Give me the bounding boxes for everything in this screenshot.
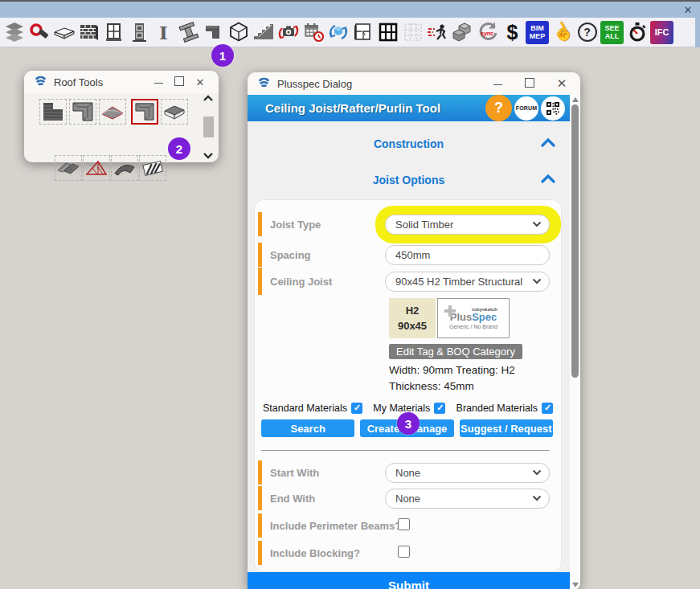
- model-sync-icon[interactable]: [325, 19, 350, 46]
- select-hand-icon[interactable]: ☝: [550, 19, 575, 46]
- brand-logo-box: rubysketch PlusSpec Generic / No Brand: [437, 298, 510, 338]
- components-icon[interactable]: [450, 19, 475, 46]
- roof-tool-flat-slab[interactable]: [161, 99, 188, 125]
- wall-icon[interactable]: [76, 19, 101, 46]
- chevron-up-icon[interactable]: [541, 137, 555, 147]
- door-icon[interactable]: [126, 19, 151, 46]
- maximize-icon[interactable]: [519, 78, 540, 90]
- field-accent-bar: [258, 486, 262, 510]
- roof-tools-scrollbar: [201, 95, 215, 159]
- step-badge-1: 1: [211, 44, 234, 67]
- filter-label: My Materials: [373, 403, 430, 414]
- scroll-down-icon[interactable]: [203, 152, 214, 159]
- start-with-select[interactable]: None: [385, 463, 550, 483]
- scroll-up-icon[interactable]: [572, 97, 579, 102]
- roof-tool-hip-roof[interactable]: [99, 99, 126, 125]
- qr-code-button[interactable]: [541, 96, 565, 121]
- takeoff-measure-icon[interactable]: [27, 19, 51, 46]
- ifc-icon[interactable]: IFC: [649, 19, 674, 46]
- rubysketch-logo-icon: [34, 76, 47, 89]
- standard-materials-filter[interactable]: Standard Materials: [263, 403, 362, 414]
- submit-button[interactable]: Submit: [248, 572, 570, 589]
- my-materials-checkbox[interactable]: [434, 403, 445, 414]
- timer-icon[interactable]: [624, 19, 649, 46]
- layers-icon[interactable]: [2, 19, 27, 46]
- box-icon[interactable]: [226, 19, 251, 46]
- ceiling-joist-select[interactable]: 90x45 H2 Timber Structural: [385, 272, 550, 292]
- branded-materials-filter[interactable]: Branded Materials: [456, 403, 553, 414]
- logo-spec: Spec: [472, 311, 497, 323]
- ceiling-joist-row: Ceiling Joist 90x45 H2 Timber Structural: [258, 268, 555, 295]
- treatment-value: H2: [406, 305, 420, 317]
- framing-icon[interactable]: [375, 19, 400, 46]
- field-accent-bar: [258, 243, 262, 267]
- scroll-up-icon[interactable]: [203, 95, 214, 102]
- steel-beam-icon[interactable]: [176, 19, 201, 46]
- roof-tool-hatched[interactable]: [139, 155, 166, 181]
- grid-icon[interactable]: [400, 19, 425, 46]
- scrollbar-thumb[interactable]: [203, 117, 214, 137]
- roof-tool-curved[interactable]: [111, 155, 138, 181]
- minimize-icon[interactable]: [487, 78, 508, 90]
- joist-type-label: Joist Type: [270, 219, 321, 231]
- divider: [261, 450, 550, 451]
- blocking-checkbox[interactable]: [398, 546, 410, 558]
- roof-tool-l-roof-selected[interactable]: [131, 99, 158, 125]
- speed-icon[interactable]: [425, 19, 450, 46]
- branded-materials-checkbox[interactable]: [542, 403, 553, 414]
- help-button[interactable]: ?: [485, 95, 512, 121]
- main-toolbar: I sync $ BIMMEP ☝ ? SEEALL IFC: [0, 18, 695, 47]
- field-accent-bar: [258, 541, 262, 565]
- section-construction[interactable]: Construction: [248, 134, 570, 153]
- blocking-row: Include Blocking?: [258, 541, 555, 565]
- cost-icon[interactable]: $: [500, 19, 525, 46]
- slab-icon[interactable]: [51, 19, 76, 46]
- roof-tool-skillion[interactable]: [55, 155, 82, 181]
- window-icon[interactable]: [101, 19, 126, 46]
- column-icon[interactable]: I: [151, 19, 176, 46]
- dialog-body: Construction Joist Options Joist Type: [248, 121, 570, 589]
- forum-button[interactable]: FORUM: [514, 96, 538, 121]
- ceiling-joist-value: 90x45 H2 Timber Structural: [395, 276, 522, 288]
- plusspec-title: Plusspec Dialog: [277, 78, 487, 90]
- floorplan-icon[interactable]: [350, 19, 375, 46]
- close-icon[interactable]: ✕: [190, 76, 211, 88]
- brand-subtitle: Generic / No Brand: [449, 324, 497, 329]
- perimeter-beams-checkbox[interactable]: [398, 518, 410, 530]
- standard-materials-checkbox[interactable]: [351, 403, 362, 414]
- search-button[interactable]: Search: [261, 419, 354, 437]
- field-accent-bar: [258, 513, 262, 538]
- close-icon[interactable]: ✕: [551, 76, 572, 91]
- camera-rotate-icon[interactable]: [276, 19, 301, 46]
- see-all-icon[interactable]: SEEALL: [600, 19, 624, 46]
- roof-tool-truss[interactable]: [83, 155, 110, 181]
- roof-tool-l-roof[interactable]: [69, 99, 96, 125]
- application-window: ✕ I sync $ BIMMEP ☝ ? SEEALL IFC: [0, 0, 700, 589]
- maximize-icon[interactable]: [169, 76, 190, 88]
- joist-options-panel: Joist Type Solid Timber Spacing: [254, 199, 562, 572]
- plusspec-titlebar[interactable]: Plusspec Dialog ✕: [248, 72, 580, 95]
- field-accent-bar: [258, 212, 262, 236]
- blocking-label: Include Blocking?: [270, 547, 360, 559]
- scrollbar-thumb[interactable]: [571, 104, 579, 378]
- edit-tag-boq-button[interactable]: Edit Tag & BOQ Category: [389, 344, 522, 359]
- bim-mep-icon[interactable]: BIMMEP: [525, 19, 550, 46]
- section-joist-options[interactable]: Joist Options: [248, 170, 570, 190]
- help-icon[interactable]: ?: [575, 19, 600, 46]
- end-with-select[interactable]: None: [385, 489, 550, 509]
- joist-type-select[interactable]: Solid Timber: [385, 215, 550, 235]
- minimize-icon[interactable]: [148, 76, 169, 88]
- stairs-icon[interactable]: [251, 19, 276, 46]
- suggest-request-button[interactable]: Suggest / Request: [460, 419, 553, 437]
- roof-tool-icon[interactable]: [201, 19, 226, 46]
- roof-tool-dark-plan[interactable]: [39, 99, 67, 125]
- scroll-down-icon[interactable]: [572, 583, 579, 587]
- chevron-up-icon[interactable]: [541, 174, 555, 183]
- schedule-icon[interactable]: [301, 19, 325, 46]
- spacing-input[interactable]: [385, 245, 550, 265]
- roof-tools-titlebar[interactable]: Roof Tools ✕: [24, 71, 219, 93]
- sync-icon[interactable]: sync: [475, 19, 500, 46]
- window-close-icon[interactable]: ✕: [676, 4, 700, 16]
- perimeter-beams-label: Include Perimeter Beams?: [270, 520, 401, 532]
- step-badge-2: 2: [168, 137, 190, 160]
